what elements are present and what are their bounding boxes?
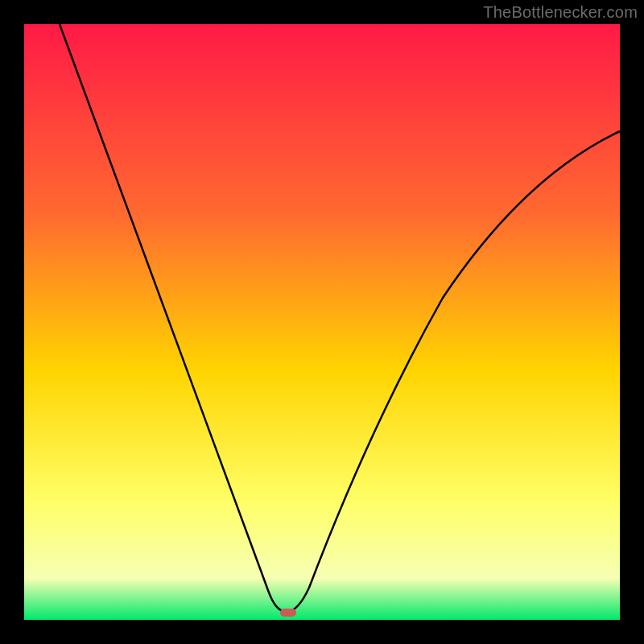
min-marker — [280, 609, 296, 617]
plot-area — [24, 24, 620, 620]
chart-frame: TheBottlenecker.com — [0, 0, 644, 644]
watermark-text: TheBottlenecker.com — [483, 3, 638, 22]
gradient-background — [24, 24, 620, 620]
chart-svg — [24, 24, 620, 620]
